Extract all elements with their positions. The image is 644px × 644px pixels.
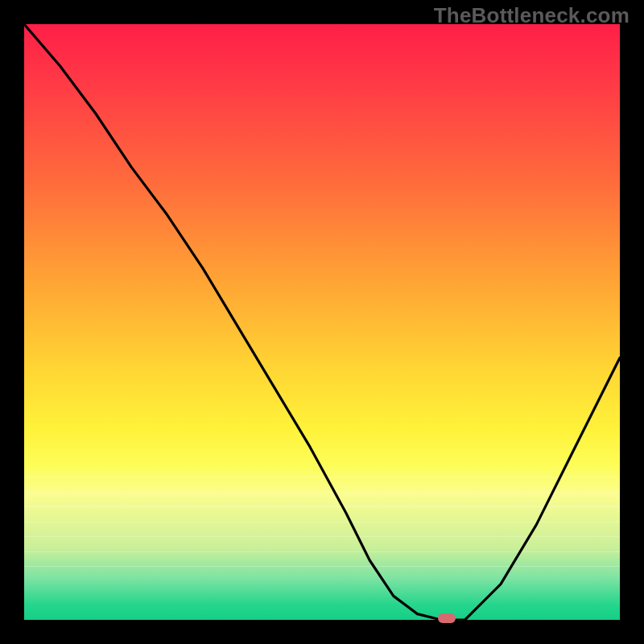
watermark-text: TheBottleneck.com: [434, 3, 630, 28]
trough-marker: [438, 613, 456, 623]
chart-frame: TheBottleneck.com: [0, 0, 644, 644]
bottleneck-curve: [24, 24, 620, 620]
plot-area: [24, 24, 620, 620]
